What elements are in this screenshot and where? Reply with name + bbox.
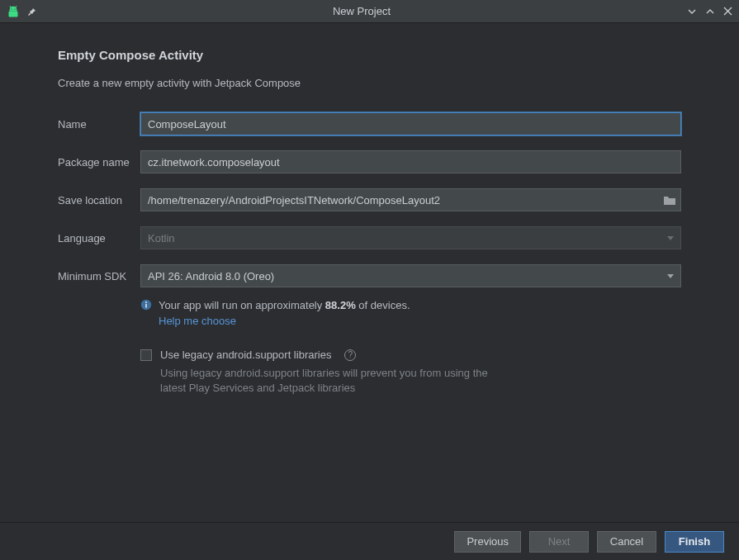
chevron-down-icon: [667, 236, 674, 240]
language-label: Language: [58, 232, 140, 244]
page-heading: Empty Compose Activity: [58, 48, 681, 62]
minsdk-value: API 26: Android 8.0 (Oreo): [148, 270, 274, 282]
svg-point-4: [145, 301, 147, 303]
minimize-icon[interactable]: [687, 7, 697, 17]
svg-point-1: [14, 8, 15, 9]
package-label: Package name: [58, 156, 140, 168]
legacy-support-desc: Using legacy android.support libraries w…: [160, 366, 515, 396]
svg-point-0: [11, 8, 12, 9]
info-icon: [140, 299, 152, 313]
chevron-down-icon: [667, 274, 674, 278]
maximize-icon[interactable]: [705, 7, 715, 17]
finish-button[interactable]: Finish: [665, 531, 724, 553]
help-icon[interactable]: ?: [344, 349, 356, 361]
name-input[interactable]: [140, 112, 681, 135]
language-value: Kotlin: [148, 232, 175, 244]
help-me-choose-link[interactable]: Help me choose: [159, 315, 410, 327]
wizard-content: Empty Compose Activity Create a new empt…: [0, 23, 739, 396]
language-select: Kotlin: [140, 226, 681, 249]
svg-rect-3: [145, 304, 147, 308]
save-location-label: Save location: [58, 194, 140, 206]
close-icon[interactable]: [723, 7, 732, 16]
pin-icon[interactable]: [26, 7, 36, 17]
save-location-input[interactable]: [140, 188, 681, 211]
legacy-support-label: Use legacy android.support libraries: [160, 349, 331, 361]
android-icon: [7, 5, 20, 18]
device-coverage-text: Your app will run on approximately 88.2%…: [159, 299, 410, 311]
window-title: New Project: [36, 5, 687, 17]
titlebar: New Project: [0, 0, 739, 23]
cancel-button[interactable]: Cancel: [597, 531, 656, 553]
previous-button[interactable]: Previous: [454, 531, 521, 553]
name-label: Name: [58, 118, 140, 131]
browse-folder-icon[interactable]: [663, 194, 676, 206]
minsdk-select[interactable]: API 26: Android 8.0 (Oreo): [140, 264, 681, 287]
package-input[interactable]: [140, 150, 681, 173]
legacy-support-checkbox[interactable]: [140, 349, 152, 361]
page-description: Create a new empty activity with Jetpack…: [58, 77, 681, 89]
wizard-footer: Previous Next Cancel Finish: [0, 522, 739, 560]
minsdk-label: Minimum SDK: [58, 270, 140, 282]
next-button[interactable]: Next: [529, 531, 589, 553]
